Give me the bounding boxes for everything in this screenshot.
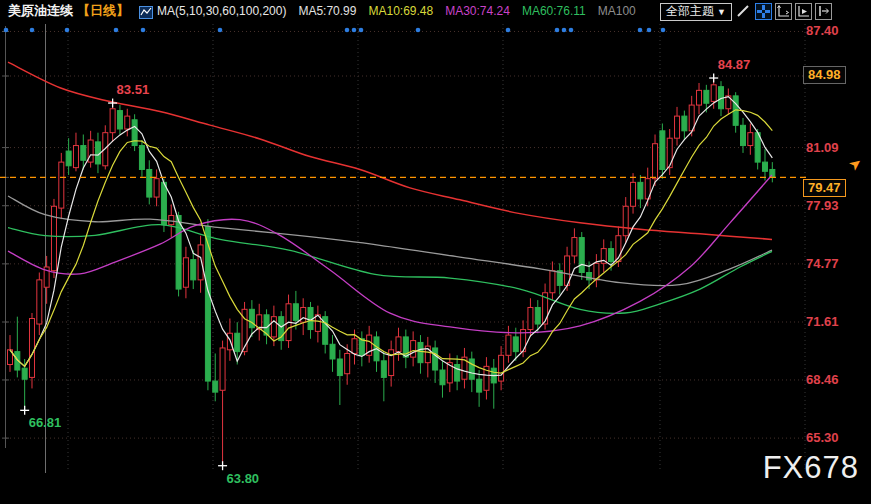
ma-line-ma100	[8, 196, 772, 286]
watermark: FX678	[763, 450, 859, 486]
legend-item: MA100	[598, 4, 636, 18]
theme-dropdown-label: 全部主题	[666, 3, 714, 20]
price-annotation: 63.80	[227, 471, 260, 486]
axis-zoom-icon[interactable]	[775, 3, 792, 20]
playback-icon[interactable]	[795, 3, 812, 20]
instrument-title: 美原油连续	[8, 2, 73, 20]
price-axis-label: 74.77	[806, 256, 839, 271]
ma-line-ma60	[8, 225, 772, 314]
price-axis-label: 84.98	[803, 66, 846, 84]
chart-window: 美原油连续 【日线】 MA(5,10,30,60,100,200) MA5:70…	[0, 0, 871, 504]
price-axis-label: 71.61	[806, 314, 839, 329]
price-axis-label: 77.93	[806, 198, 839, 213]
legend-item: MA5:70.99	[298, 4, 356, 18]
ma-line-ma30	[8, 175, 772, 333]
legend-item: MA30:74.24	[445, 4, 510, 18]
pan-right-icon[interactable]	[815, 3, 832, 20]
chevron-down-icon: ▼	[717, 7, 726, 17]
period-label[interactable]: 【日线】	[77, 2, 129, 20]
theme-dropdown-button[interactable]: 全部主题 ▼	[660, 3, 732, 21]
price-annotation: 66.81	[29, 415, 62, 430]
price-axis-label: 68.46	[806, 372, 839, 387]
price-annotation: 84.87	[718, 57, 751, 72]
trendline-icon[interactable]	[735, 3, 752, 20]
ma-line-ma5	[10, 97, 772, 376]
price-axis-label: 65.30	[806, 430, 839, 445]
crosshair-icon[interactable]	[755, 3, 772, 20]
price-axis-label: 87.40	[806, 23, 839, 38]
legend-item: MA10:69.48	[368, 4, 433, 18]
ma-legend: MA5:70.99MA10:69.48MA30:74.24MA60:76.11M…	[286, 4, 635, 18]
price-axis-label: 81.09	[806, 140, 839, 155]
candlestick-chart[interactable]	[0, 0, 871, 504]
last-price-label: 79.47	[803, 179, 846, 197]
toolbar: 美原油连续 【日线】 MA(5,10,30,60,100,200) MA5:70…	[0, 0, 660, 22]
ma-params-label: MA(5,10,30,60,100,200)	[157, 4, 286, 18]
toolbar-controls: 全部主题 ▼	[660, 2, 832, 21]
price-annotation: 83.51	[117, 82, 150, 97]
legend-item: MA60:76.11	[522, 4, 586, 18]
candles	[8, 78, 775, 466]
line-chart-icon	[139, 5, 153, 18]
